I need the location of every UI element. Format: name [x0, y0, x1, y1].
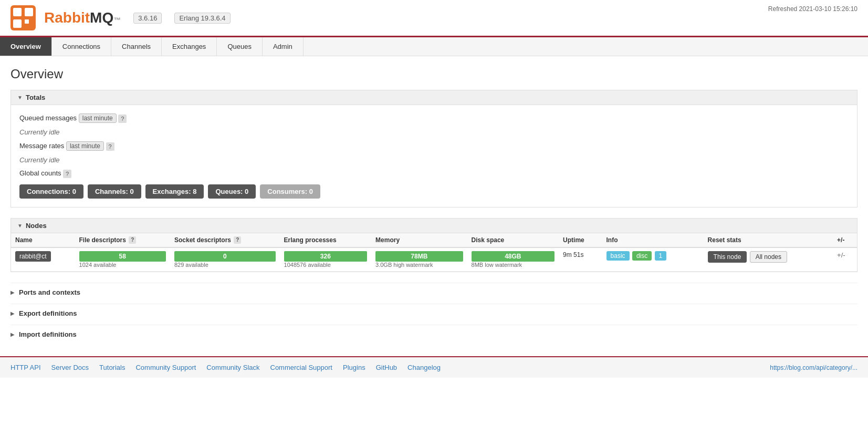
disk-space-bar: 48GB [472, 251, 555, 262]
col-reset-stats: Reset stats [704, 233, 833, 248]
message-rates-help-icon[interactable]: ? [106, 142, 114, 151]
memory-bar: 78MB [375, 251, 463, 262]
nodes-section-body: Name File descriptors ? Socket descripto… [11, 233, 857, 272]
memory-sub: 3.0GB high watermark [375, 262, 463, 268]
nav-item-exchanges[interactable]: Exchanges [162, 37, 217, 56]
nav-item-connections[interactable]: Connections [52, 37, 111, 56]
node-name-cell: rabbit@ct [11, 247, 75, 272]
footer-right-link[interactable]: https://blog.com/api/category/... [770, 364, 857, 371]
queued-messages-row: Queued messages last minute ? [19, 113, 849, 123]
erlang-processes-bar: 326 [284, 251, 368, 262]
info-number-badge: 1 [655, 251, 667, 261]
reset-stats-cell: This node All nodes [704, 247, 833, 272]
footer: HTTP API Server Docs Tutorials Community… [0, 356, 868, 378]
totals-arrow-icon: ▼ [17, 95, 23, 100]
nav-item-overview[interactable]: Overview [0, 37, 52, 56]
rabbitmq-logo-icon [11, 5, 36, 30]
erlang-processes-sub: 1048576 available [284, 262, 368, 268]
export-arrow-icon: ▶ [11, 310, 15, 316]
footer-link-commercial-support[interactable]: Commercial Support [270, 364, 333, 371]
message-rates-row: Message rates last minute ? [19, 141, 849, 151]
footer-link-community-support[interactable]: Community Support [135, 364, 196, 371]
nav-item-queues[interactable]: Queues [217, 37, 263, 56]
col-memory: Memory [371, 233, 467, 248]
logo-text: RabbitMQ™ [44, 9, 121, 26]
nodes-section: ▼ Nodes Name File descriptors ? Socket d… [11, 218, 857, 273]
queued-messages-badge[interactable]: last minute [79, 113, 117, 123]
svg-rect-4 [25, 19, 29, 24]
queues-count-btn[interactable]: Queues: 0 [208, 184, 256, 199]
nav-item-channels[interactable]: Channels [111, 37, 162, 56]
import-arrow-icon: ▶ [11, 331, 15, 337]
export-section[interactable]: ▶ Export definitions [11, 304, 857, 323]
ports-section-title: Ports and contexts [19, 288, 80, 296]
file-descriptors-help-icon[interactable]: ? [129, 236, 136, 244]
queued-messages-help-icon[interactable]: ? [118, 115, 127, 123]
file-descriptors-cell: 58 1024 available [75, 247, 170, 272]
this-node-button[interactable]: This node [708, 251, 747, 263]
col-erlang-processes: Erlang processes [280, 233, 372, 248]
nodes-section-header[interactable]: ▼ Nodes [11, 219, 857, 233]
exchanges-count-btn[interactable]: Exchanges: 8 [145, 184, 204, 199]
disk-space-cell: 48GB 8MB low watermark [467, 247, 559, 272]
global-counts-row: Global counts ? [19, 169, 849, 178]
erlang-badge: Erlang 19.3.6.4 [174, 13, 230, 24]
col-name: Name [11, 233, 75, 248]
ports-section[interactable]: ▶ Ports and contexts [11, 283, 857, 302]
footer-link-github[interactable]: GitHub [376, 364, 397, 371]
consumers-count-btn[interactable]: Consumers: 0 [260, 184, 320, 199]
nodes-arrow-icon: ▼ [17, 223, 23, 229]
plus-minus-cell: +/- [833, 247, 857, 272]
connections-count-btn[interactable]: Connections: 0 [19, 184, 83, 199]
version-badge: 3.6.16 [133, 13, 162, 24]
nodes-section-title: Nodes [26, 222, 47, 230]
totals-section: ▼ Totals Queued messages last minute ? C… [11, 90, 857, 208]
plus-minus-icon[interactable]: +/- [837, 251, 845, 259]
import-section-title: Import definitions [19, 330, 77, 338]
socket-descriptors-help-icon[interactable]: ? [234, 236, 241, 244]
channels-count-btn[interactable]: Channels: 0 [88, 184, 141, 199]
memory-cell: 78MB 3.0GB high watermark [371, 247, 467, 272]
svg-rect-3 [13, 19, 22, 28]
totals-section-body: Queued messages last minute ? Currently … [11, 105, 857, 207]
global-counts-help-icon[interactable]: ? [63, 170, 71, 178]
footer-link-tutorials[interactable]: Tutorials [99, 364, 125, 371]
footer-link-changelog[interactable]: Changelog [407, 364, 441, 371]
socket-descriptors-bar: 0 [174, 251, 276, 262]
ports-arrow-icon: ▶ [11, 289, 15, 295]
footer-link-community-slack[interactable]: Community Slack [206, 364, 259, 371]
nav: Overview Connections Channels Exchanges … [0, 37, 868, 56]
footer-link-server-docs[interactable]: Server Docs [51, 364, 89, 371]
socket-descriptors-sub: 829 available [174, 262, 276, 268]
global-counts-label: Global counts [19, 169, 61, 177]
table-row: rabbit@ct 58 1024 available 0 829 availa… [11, 247, 857, 272]
socket-descriptors-cell: 0 829 available [170, 247, 280, 272]
page-title: Overview [11, 67, 857, 81]
logo-area: RabbitMQ™ 3.6.16 Erlang 19.3.6.4 [11, 5, 231, 30]
file-descriptors-sub: 1024 available [79, 262, 166, 268]
node-name-badge: rabbit@ct [15, 251, 51, 262]
file-descriptors-bar: 58 [79, 251, 166, 262]
message-rates-badge[interactable]: last minute [66, 141, 104, 151]
all-nodes-button[interactable]: All nodes [750, 251, 787, 263]
col-socket-descriptors: Socket descriptors ? [170, 233, 280, 248]
col-uptime: Uptime [559, 233, 602, 248]
main-content: Overview ▼ Totals Queued messages last m… [0, 56, 868, 356]
import-section[interactable]: ▶ Import definitions [11, 325, 857, 344]
info-basic-badge: basic [606, 251, 630, 261]
footer-link-plugins[interactable]: Plugins [343, 364, 365, 371]
footer-link-http-api[interactable]: HTTP API [11, 364, 41, 371]
col-plus-minus: +/- [833, 233, 857, 248]
nav-item-admin[interactable]: Admin [263, 37, 304, 56]
nodes-table: Name File descriptors ? Socket descripto… [11, 233, 857, 272]
currently-idle-2: Currently idle [19, 156, 849, 164]
header: RabbitMQ™ 3.6.16 Erlang 19.3.6.4 Refresh… [0, 0, 868, 37]
totals-section-title: Totals [26, 94, 45, 101]
queued-messages-label: Queued messages [19, 114, 77, 122]
refreshed-text: Refreshed 2021-03-10 15:26:10 [768, 5, 857, 13]
col-info: Info [602, 233, 704, 248]
svg-rect-2 [25, 8, 33, 16]
totals-section-header[interactable]: ▼ Totals [11, 90, 857, 105]
message-rates-label: Message rates [19, 142, 64, 150]
export-section-title: Export definitions [19, 309, 77, 317]
